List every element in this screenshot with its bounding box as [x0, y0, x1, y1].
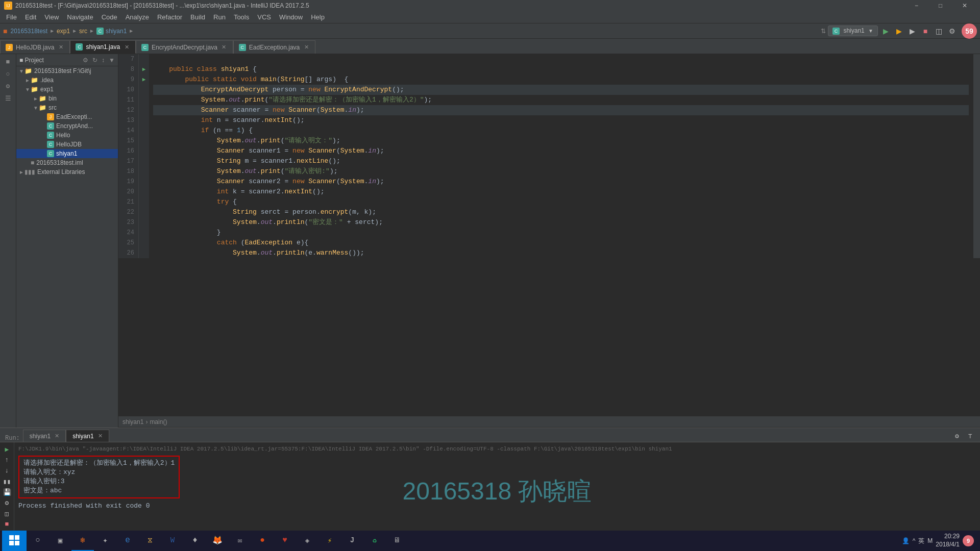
notification-badge[interactable]: 9	[963, 535, 974, 546]
taskbar-app5[interactable]: ◈	[296, 531, 318, 551]
coverage-button[interactable]: ▶	[906, 26, 918, 37]
taskbar-app6[interactable]: ⚡	[318, 531, 341, 551]
breadcrumb-file[interactable]: shiyan1	[106, 28, 127, 35]
taskbar-jetbrains[interactable]: J	[341, 531, 363, 551]
taskbar-app2[interactable]: ⧖	[139, 531, 161, 551]
taskbar-intellij[interactable]: ❄	[71, 531, 94, 551]
dump-button[interactable]: 💾	[2, 487, 13, 497]
layout-button[interactable]: ◫	[2, 509, 13, 518]
layers-icon[interactable]: ☰	[3, 93, 14, 104]
sidebar-item-hello[interactable]: C Hello	[16, 131, 118, 140]
project-panel-icon[interactable]: ■	[3, 56, 14, 67]
menu-view[interactable]: View	[40, 11, 63, 23]
taskbar-app1[interactable]: ✦	[94, 531, 116, 551]
stop-button[interactable]: ■	[920, 26, 931, 37]
bottom-pin-button[interactable]: ⊤	[965, 431, 976, 442]
tab-close-ead[interactable]: ✕	[303, 44, 310, 51]
run-button[interactable]: ▶	[880, 26, 891, 37]
scroll-up-button[interactable]: ↑	[2, 455, 13, 465]
menu-window[interactable]: Window	[275, 11, 307, 23]
bottom-tab-close-1[interactable]: ✕	[55, 433, 59, 439]
bottom-tab-close-2[interactable]: ✕	[98, 433, 103, 439]
tab-hellojdb[interactable]: J HelloJDB.java ✕	[0, 40, 70, 54]
rerun-button[interactable]: ▶	[2, 444, 13, 454]
sidebar-item-eadexception[interactable]: J EadExcepti...	[16, 112, 118, 121]
bottom-tab-label-1: shiyan1	[30, 433, 51, 440]
menu-analyze[interactable]: Analyze	[121, 11, 153, 23]
maximize-button[interactable]: □	[929, 0, 952, 11]
taskbar-edge[interactable]: e	[116, 531, 139, 551]
code-line-9: public static void main(String[] args) {	[153, 74, 969, 85]
menu-tools[interactable]: Tools	[230, 11, 253, 23]
bottom-settings-button[interactable]: ⚙	[951, 431, 963, 442]
tab-close-shiyan1[interactable]: ✕	[123, 43, 130, 51]
tab-shiyan1[interactable]: C shiyan1.java ✕	[70, 40, 136, 54]
menu-navigate[interactable]: Navigate	[63, 11, 97, 23]
menu-edit[interactable]: Edit	[21, 11, 40, 23]
taskbar-search[interactable]: ○	[27, 531, 49, 551]
sidebar-item-ext-libs[interactable]: ► ▮▮▮ External Libraries	[16, 167, 118, 177]
bottom-tab-shiyan1-1[interactable]: shiyan1 ✕	[23, 430, 66, 442]
menu-refactor[interactable]: Refactor	[153, 11, 186, 23]
pause-button[interactable]: ▮▮	[2, 477, 13, 486]
run-config-selector[interactable]: C shiyan1 ▼	[828, 26, 878, 36]
code-line-23: System.out.println("密文是：" + serct);	[153, 217, 969, 228]
tab-eadexception[interactable]: C EadException.java ✕	[233, 40, 315, 54]
sidebar-item-hellojdb[interactable]: C HelloJDB	[16, 140, 118, 149]
gutter-25	[139, 238, 149, 248]
tab-close-encrypt[interactable]: ✕	[220, 44, 228, 51]
sidebar-item-shiyan1[interactable]: C shiyan1	[16, 149, 118, 158]
minimize-button[interactable]: −	[905, 0, 928, 11]
close-button[interactable]: ✕	[953, 0, 976, 11]
profile-avatar[interactable]: 59	[962, 23, 977, 39]
menu-code[interactable]: Code	[97, 11, 121, 23]
taskbar-taskview[interactable]: ▣	[49, 531, 71, 551]
breadcrumb-exp1[interactable]: exp1	[57, 28, 70, 35]
settings2-button[interactable]: ⚙	[2, 498, 13, 508]
taskbar-app7[interactable]: ♻	[363, 531, 386, 551]
sidebar-collapse[interactable]: ↕	[102, 57, 105, 64]
settings-button[interactable]: ⚙	[946, 26, 958, 37]
menu-help[interactable]: Help	[307, 11, 329, 23]
sidebar-item-encrypt[interactable]: C EncryptAnd...	[16, 121, 118, 131]
run-arrow-9[interactable]: ▶	[139, 74, 149, 85]
sidebar-item-exp1[interactable]: ▼ 📁 exp1	[16, 85, 118, 94]
menu-file[interactable]: File	[2, 11, 21, 23]
menu-vcs[interactable]: VCS	[253, 11, 275, 23]
breadcrumb-project[interactable]: 20165318test	[10, 28, 47, 35]
bottom-tab-shiyan1-2[interactable]: shiyan1 ✕	[66, 430, 109, 442]
sidebar-item-src[interactable]: ▼ 📁 src	[16, 103, 118, 112]
taskbar-monitor[interactable]: 🖥	[386, 531, 408, 551]
taskbar-word[interactable]: W	[161, 531, 184, 551]
sidebar-item-bin[interactable]: ► 📁 bin	[16, 94, 118, 103]
menu-run[interactable]: Run	[209, 11, 230, 23]
tab-encryptanddecrypt[interactable]: C EncryptAndDecrypt.java ✕	[136, 40, 233, 54]
tray-caret[interactable]: ^	[913, 537, 916, 544]
taskbar-mail[interactable]: ✉	[229, 531, 251, 551]
menu-build[interactable]: Build	[186, 11, 209, 23]
tab-close-hellojdb[interactable]: ✕	[57, 44, 64, 51]
tray-lang: 英	[918, 537, 924, 545]
taskbar-app3[interactable]: ♦	[184, 531, 206, 551]
start-button[interactable]	[2, 531, 27, 551]
scroll-down-button[interactable]: ↓	[2, 466, 13, 475]
stop2-button[interactable]: ■	[2, 519, 13, 529]
sidebar-item-idea[interactable]: ► 📁 .idea	[16, 76, 118, 85]
debug-button[interactable]: ▶	[893, 26, 904, 37]
build-menu-button[interactable]: ◫	[933, 26, 944, 37]
code-editor[interactable]: 7 8 9 10 11 12 13 14 15 16 17 18 19 20 2…	[118, 54, 980, 416]
sidebar-item-root[interactable]: ▼ 📁 20165318test F:\Git\j	[16, 66, 118, 76]
breadcrumb-src[interactable]: src	[79, 28, 87, 35]
ln-20: 20	[122, 187, 134, 197]
settings-panel-icon[interactable]: ⚙	[3, 81, 14, 92]
sidebar-item-iml[interactable]: ■ 20165318test.iml	[16, 158, 118, 167]
npm-icon[interactable]: ○	[3, 68, 14, 80]
taskbar-firefox[interactable]: 🦊	[206, 531, 229, 551]
taskbar-app4[interactable]: ♥	[274, 531, 296, 551]
sidebar-expand[interactable]: ▼	[109, 57, 115, 64]
sidebar-sync[interactable]: ↻	[92, 57, 97, 64]
run-arrow-8[interactable]: ▶	[139, 64, 149, 74]
taskbar-ubuntu[interactable]: ●	[251, 531, 274, 551]
gutter-16	[139, 146, 149, 156]
sidebar-options[interactable]: ⚙	[83, 57, 88, 64]
